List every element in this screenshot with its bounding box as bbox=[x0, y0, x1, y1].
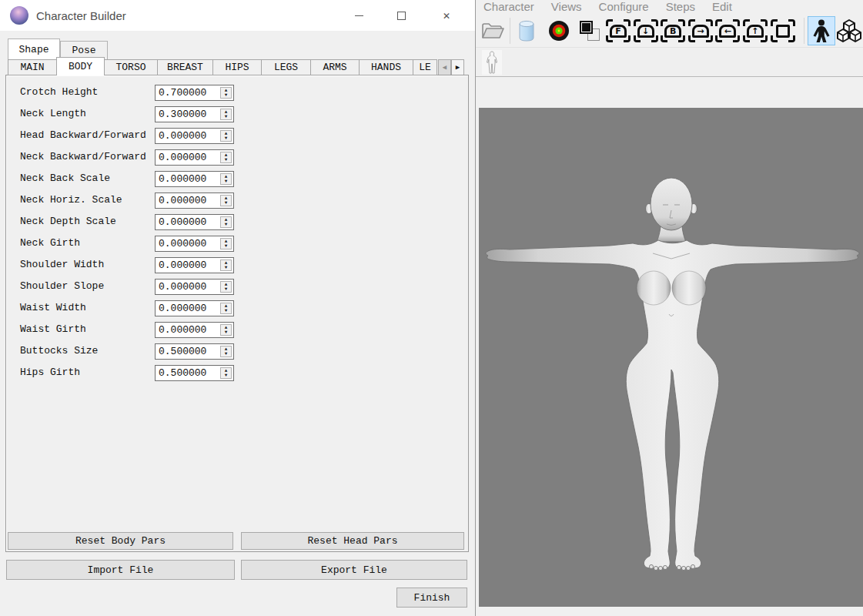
spin-down-icon[interactable]: ▼ bbox=[225, 93, 228, 98]
field-row: Waist Width 0.000000 ▲▼ bbox=[6, 300, 468, 316]
spin-down-icon[interactable]: ▼ bbox=[225, 201, 228, 206]
spinner-buttons[interactable]: ▲▼ bbox=[220, 259, 232, 271]
shoulder-slope-spinbox[interactable]: 0.000000 ▲▼ bbox=[155, 279, 234, 295]
spin-down-icon[interactable]: ▼ bbox=[225, 244, 228, 249]
spinner-buttons[interactable]: ▲▼ bbox=[220, 130, 232, 142]
menu-configure[interactable]: Configure bbox=[599, 0, 649, 13]
field-label: Crotch Height bbox=[20, 86, 98, 98]
spinner-buttons[interactable]: ▲▼ bbox=[220, 195, 232, 206]
spin-down-icon[interactable]: ▼ bbox=[225, 330, 228, 335]
subtab-truncated[interactable]: LE bbox=[413, 59, 437, 75]
spin-down-icon[interactable]: ▼ bbox=[225, 373, 228, 378]
app-toolbar: F ↓ B → ← ↑ bbox=[476, 15, 863, 48]
spin-down-icon[interactable]: ▼ bbox=[225, 266, 228, 270]
subtab-main[interactable]: MAIN bbox=[8, 59, 57, 75]
minimize-button[interactable] bbox=[341, 0, 376, 31]
spinner-buttons[interactable]: ▲▼ bbox=[220, 87, 232, 99]
spin-down-icon[interactable]: ▼ bbox=[225, 309, 228, 313]
show-body-icon[interactable] bbox=[808, 16, 835, 45]
spinner-buttons[interactable]: ▲▼ bbox=[220, 303, 232, 314]
spin-down-icon[interactable]: ▼ bbox=[225, 115, 228, 119]
dialog-title: Character Builder bbox=[36, 9, 126, 22]
neck-horiz-scale-spinbox[interactable]: 0.000000 ▲▼ bbox=[155, 192, 234, 209]
subtab-hips[interactable]: HIPS bbox=[213, 59, 262, 75]
waist-girth-spinbox[interactable]: 0.000000 ▲▼ bbox=[155, 322, 234, 338]
app-avatar-icon bbox=[10, 6, 28, 25]
target-icon[interactable] bbox=[545, 16, 573, 45]
view-left-icon[interactable]: ← bbox=[714, 16, 742, 45]
view-right-icon[interactable]: → bbox=[687, 16, 714, 45]
maximize-button[interactable] bbox=[383, 0, 419, 31]
field-label: Head Backward/Forward bbox=[20, 129, 146, 141]
spinner-buttons[interactable]: ▲▼ bbox=[220, 216, 232, 228]
spinner-buttons[interactable]: ▲▼ bbox=[220, 367, 232, 379]
menu-steps[interactable]: Steps bbox=[666, 0, 695, 13]
spinner-buttons[interactable]: ▲▼ bbox=[220, 281, 232, 293]
menu-edit[interactable]: Edit bbox=[712, 0, 732, 13]
spin-down-icon[interactable]: ▼ bbox=[225, 352, 228, 357]
menu-character[interactable]: Character bbox=[483, 0, 534, 13]
spin-down-icon[interactable]: ▼ bbox=[225, 287, 228, 292]
close-button[interactable]: ✕ bbox=[429, 0, 464, 31]
neck-backward-forward-spinbox[interactable]: 0.000000 ▲▼ bbox=[155, 149, 234, 166]
subtab-body[interactable]: BODY bbox=[56, 57, 105, 75]
view-front-icon[interactable]: F bbox=[604, 16, 632, 45]
neck-girth-spinbox[interactable]: 0.000000 ▲▼ bbox=[155, 236, 234, 252]
cylinder-icon[interactable] bbox=[513, 16, 541, 45]
color-swatches-icon[interactable] bbox=[576, 16, 604, 45]
subtab-torso[interactable]: TORSO bbox=[105, 59, 158, 75]
field-label: Waist Width bbox=[20, 302, 86, 313]
reset-head-pars-button[interactable]: Reset Head Pars bbox=[241, 532, 464, 550]
export-file-button[interactable]: Export File bbox=[241, 560, 467, 580]
spin-down-icon[interactable]: ▼ bbox=[225, 223, 228, 227]
spinner-buttons[interactable]: ▲▼ bbox=[220, 173, 232, 185]
subtab-scroll-left-button[interactable]: ◀ bbox=[438, 59, 451, 75]
field-row: Neck Girth 0.000000 ▲▼ bbox=[6, 236, 468, 251]
shoulder-width-spinbox[interactable]: 0.000000 ▲▼ bbox=[155, 257, 234, 273]
import-file-button[interactable]: Import File bbox=[6, 560, 235, 580]
hips-girth-spinbox[interactable]: 0.500000 ▲▼ bbox=[155, 365, 234, 381]
show-voxels-icon[interactable] bbox=[835, 16, 863, 45]
spin-down-icon[interactable]: ▼ bbox=[225, 136, 228, 141]
waist-width-spinbox[interactable]: 0.000000 ▲▼ bbox=[155, 300, 234, 316]
subtab-legs[interactable]: LEGS bbox=[262, 59, 311, 75]
scroll-left-icon: ◀ bbox=[443, 63, 447, 72]
subtab-hands[interactable]: HANDS bbox=[360, 59, 413, 75]
neck-depth-scale-spinbox[interactable]: 0.000000 ▲▼ bbox=[155, 214, 234, 230]
field-row: Buttocks Size 0.500000 ▲▼ bbox=[6, 343, 468, 359]
subtab-breast[interactable]: BREAST bbox=[158, 59, 213, 75]
spin-down-icon[interactable]: ▼ bbox=[225, 179, 228, 184]
field-row: Neck Back Scale 0.000000 ▲▼ bbox=[6, 171, 468, 186]
field-label: Hips Girth bbox=[20, 367, 80, 378]
neck-length-spinbox[interactable]: 0.300000 ▲▼ bbox=[155, 106, 234, 122]
open-folder-icon[interactable] bbox=[479, 16, 507, 45]
field-row: Neck Backward/Forward 0.000000 ▲▼ bbox=[6, 149, 468, 165]
tab-shape[interactable]: Shape bbox=[8, 38, 60, 60]
buttocks-size-spinbox[interactable]: 0.500000 ▲▼ bbox=[155, 343, 234, 360]
toolbar-separator bbox=[510, 18, 510, 44]
subtab-scroll-right-button[interactable]: ▶ bbox=[451, 59, 464, 75]
neck-back-scale-spinbox[interactable]: 0.000000 ▲▼ bbox=[155, 171, 234, 187]
spinner-buttons[interactable]: ▲▼ bbox=[220, 346, 232, 357]
finish-button[interactable]: Finish bbox=[396, 588, 467, 608]
subtab-arms[interactable]: ARMS bbox=[311, 59, 360, 75]
field-label: Neck Depth Scale bbox=[20, 216, 116, 227]
spinner-buttons[interactable]: ▲▼ bbox=[220, 152, 232, 163]
view-fit-icon[interactable] bbox=[769, 16, 797, 45]
viewport-3d[interactable] bbox=[479, 108, 863, 607]
spinner-buttons[interactable]: ▲▼ bbox=[220, 324, 232, 336]
view-back-icon[interactable]: B bbox=[659, 16, 687, 45]
spin-down-icon[interactable]: ▼ bbox=[225, 158, 228, 162]
field-label: Neck Girth bbox=[20, 237, 80, 249]
reset-body-pars-button[interactable]: Reset Body Pars bbox=[8, 532, 233, 550]
view-down-icon[interactable]: ↓ bbox=[632, 16, 660, 45]
crotch-height-spinbox[interactable]: 0.700000 ▲▼ bbox=[155, 85, 234, 101]
field-label: Buttocks Size bbox=[20, 345, 98, 357]
body-outline-icon[interactable] bbox=[482, 50, 502, 75]
spinner-buttons[interactable]: ▲▼ bbox=[220, 238, 232, 249]
view-up-icon[interactable]: ↑ bbox=[741, 16, 769, 45]
menu-views[interactable]: Views bbox=[551, 0, 582, 13]
maximize-icon bbox=[397, 12, 406, 20]
head-backward-forward-spinbox[interactable]: 0.000000 ▲▼ bbox=[155, 128, 234, 144]
spinner-buttons[interactable]: ▲▼ bbox=[220, 109, 232, 120]
